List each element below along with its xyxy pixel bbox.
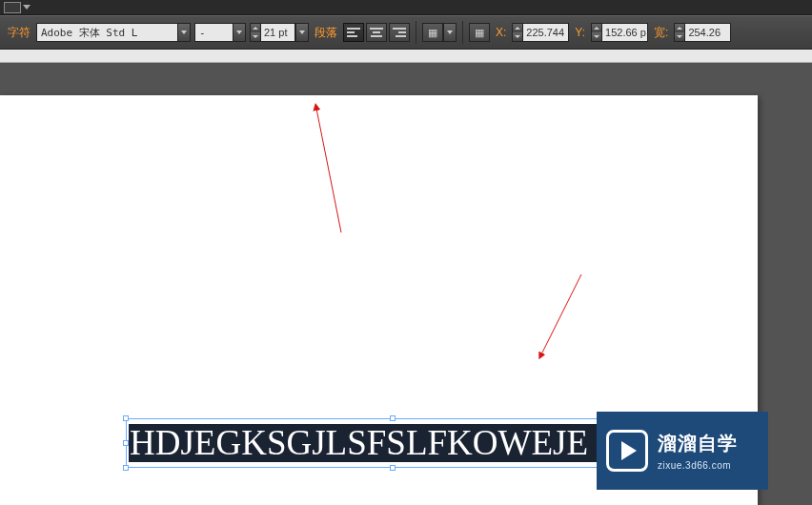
app-tabs-strip (0, 0, 812, 15)
step-down[interactable] (675, 32, 684, 41)
y-stepper[interactable] (591, 23, 602, 42)
chevron-down-icon (236, 30, 242, 34)
options-dropdown[interactable] (443, 23, 457, 42)
font-size-stepper[interactable] (250, 23, 261, 42)
watermark-text: 溜溜自学 zixue.3d66.com (658, 431, 738, 471)
play-icon (606, 430, 648, 472)
step-down[interactable] (251, 32, 260, 41)
resize-handle[interactable] (123, 465, 129, 471)
text-frame[interactable]: HDJEGKSGJLSFSLFKOWEJE (126, 418, 660, 468)
chevron-down-icon (181, 30, 187, 34)
align-group (343, 23, 410, 42)
step-down[interactable] (592, 32, 601, 41)
y-label: Y: (573, 26, 587, 39)
document-tab-bar (0, 50, 812, 63)
character-label: 字符 (6, 25, 32, 41)
font-size-value[interactable]: 21 pt (261, 23, 295, 42)
step-up[interactable] (592, 24, 601, 32)
x-spinner[interactable]: 225.744 (512, 23, 569, 42)
step-down[interactable] (513, 32, 522, 41)
reference-point-button[interactable]: ▦ (469, 23, 490, 42)
options-icon[interactable]: ▦ (422, 23, 443, 42)
font-size-spinner[interactable]: 21 pt (250, 23, 309, 42)
font-style-value[interactable]: - (194, 23, 233, 42)
text-content[interactable]: HDJEGKSGJLSFSLFKOWEJE (129, 424, 657, 462)
y-value[interactable]: 152.66 p (602, 23, 648, 42)
step-up[interactable] (675, 24, 684, 32)
svg-line-0 (316, 109, 341, 232)
chevron-down-icon[interactable] (23, 5, 30, 10)
svg-line-1 (541, 274, 581, 354)
step-up[interactable] (251, 24, 260, 32)
x-stepper[interactable] (512, 23, 523, 42)
chevron-down-icon (299, 30, 305, 34)
step-up[interactable] (513, 24, 522, 32)
control-toolbar: 字符 Adobe 宋体 Std L - 21 pt 段落 ▦ ▦ X: 225.… (0, 15, 812, 50)
y-spinner[interactable]: 152.66 p (591, 23, 648, 42)
width-label: 宽: (652, 25, 670, 41)
layout-icon[interactable] (4, 2, 21, 13)
font-style-dropdown[interactable] (233, 23, 246, 42)
separator (462, 21, 463, 44)
paragraph-label: 段落 (313, 25, 339, 41)
font-style-combo[interactable]: - (194, 23, 246, 42)
width-stepper[interactable] (674, 23, 685, 42)
chevron-down-icon (447, 30, 453, 34)
watermark-url: zixue.3d66.com (658, 460, 738, 471)
width-spinner[interactable]: 254.26 (674, 23, 731, 42)
font-size-dropdown[interactable] (295, 23, 309, 42)
x-value[interactable]: 225.744 (523, 23, 569, 42)
watermark: 溜溜自学 zixue.3d66.com (597, 412, 768, 490)
font-family-dropdown[interactable] (177, 23, 191, 42)
font-family-combo[interactable]: Adobe 宋体 Std L (36, 23, 191, 42)
watermark-title: 溜溜自学 (658, 431, 738, 456)
options-combo[interactable]: ▦ (422, 23, 457, 42)
resize-handle[interactable] (390, 415, 396, 421)
resize-handle[interactable] (123, 440, 129, 446)
align-right-button[interactable] (389, 23, 410, 42)
width-value[interactable]: 254.26 (685, 23, 731, 42)
font-family-value[interactable]: Adobe 宋体 Std L (36, 23, 177, 42)
align-left-button[interactable] (343, 23, 364, 42)
resize-handle[interactable] (390, 465, 396, 471)
x-label: X: (494, 26, 508, 39)
separator (416, 21, 416, 44)
resize-handle[interactable] (123, 415, 129, 421)
align-center-button[interactable] (366, 23, 387, 42)
